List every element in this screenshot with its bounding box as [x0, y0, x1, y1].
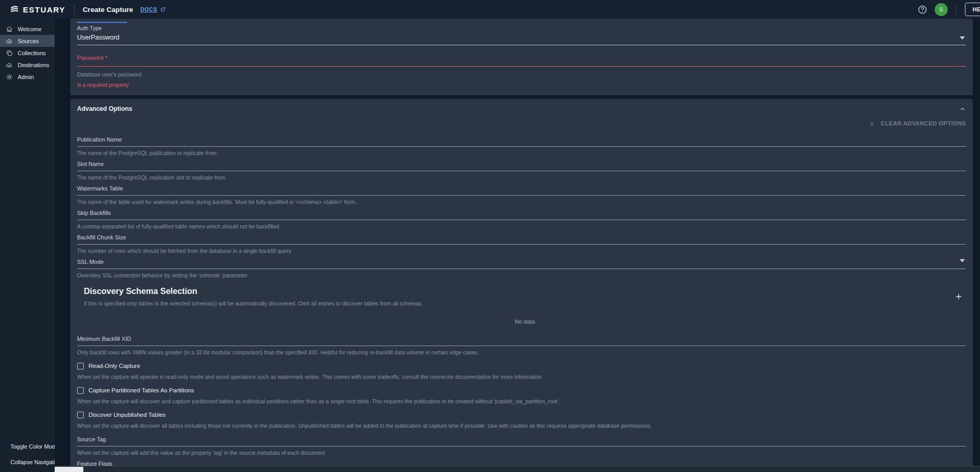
- auth-card: Auth Type UserPassword Password * Databa…: [70, 19, 973, 95]
- discover-unpublished-tables-checkbox[interactable]: [77, 412, 84, 418]
- chevron-up-icon[interactable]: [959, 106, 966, 112]
- auth-type-select[interactable]: UserPassword: [77, 34, 966, 42]
- field-description: Only backfill rows with XMIN values grea…: [77, 349, 966, 355]
- docs-label: DOCS: [140, 6, 157, 12]
- sidebar-item-label: Destinations: [18, 62, 49, 68]
- sidebar-footer: Toggle Color Mode Collapse Navigation: [0, 440, 55, 468]
- discovery-schema-description: If this is specified only tables in the …: [84, 300, 966, 307]
- auth-type-value: UserPassword: [77, 34, 119, 41]
- checkbox-label: Capture Partitioned Tables As Partitions: [89, 387, 194, 394]
- footer-item-label: Toggle Color Mode: [10, 443, 58, 450]
- publication-name-field[interactable]: Publication Name The name of the Postgre…: [77, 136, 966, 156]
- sidebar-item-welcome[interactable]: Welcome: [0, 23, 55, 35]
- cloud-upload-icon: [6, 37, 13, 45]
- field-description: When set the capture will add this value…: [77, 450, 966, 456]
- toggle-color-mode-button[interactable]: Toggle Color Mode: [0, 440, 55, 452]
- sidebar-item-collections[interactable]: Collections: [0, 47, 55, 59]
- scrollbar-thumb[interactable]: [55, 467, 83, 472]
- password-description: Database user's password: [77, 71, 966, 78]
- field-description: Overrides SSL connection behavior by set…: [77, 272, 966, 278]
- header-divider: [956, 4, 957, 15]
- slot-name-field[interactable]: Slot Name The name of the PostgreSQL rep…: [77, 161, 966, 181]
- field-underline: [77, 220, 966, 220]
- main-content: Auth Type UserPassword Password * Databa…: [55, 19, 980, 472]
- gear-icon: [6, 73, 13, 81]
- clear-advanced-options-label: CLEAR ADVANCED OPTIONS: [881, 120, 966, 126]
- discovery-schema-section: Discovery Schema Selection If this is sp…: [77, 286, 966, 325]
- add-schema-button[interactable]: [954, 292, 963, 301]
- close-icon: [869, 121, 875, 126]
- field-label: Source Tag: [77, 436, 966, 443]
- sidebar-item-label: Sources: [18, 38, 39, 44]
- discover-unpublished-tables-row: Discover Unpublished Tables When set the…: [77, 411, 966, 429]
- header-divider: [74, 4, 74, 15]
- top-bar: ESTUARY Create Capture DOCS S HELP: [0, 0, 980, 19]
- sidebar-item-sources[interactable]: Sources: [0, 35, 55, 47]
- help-icon[interactable]: [918, 5, 927, 15]
- checkbox-description: When set the capture will discover all t…: [77, 423, 966, 429]
- advanced-options-title: Advanced Options: [77, 105, 132, 112]
- checkbox-label: Discover Unpublished Tables: [89, 411, 166, 419]
- horizontal-scrollbar[interactable]: [55, 466, 980, 472]
- skip-backfills-field[interactable]: Skip Backfills A comma-separated list of…: [77, 210, 966, 229]
- focus-accent-line: [77, 22, 127, 23]
- page-title: Create Capture: [83, 6, 133, 14]
- sidebar-item-admin[interactable]: Admin: [0, 71, 55, 83]
- read-only-capture-row: Read-Only Capture When set the capture w…: [77, 362, 966, 380]
- field-underline: [77, 446, 966, 447]
- clear-advanced-options-button[interactable]: CLEAR ADVANCED OPTIONS: [77, 120, 966, 126]
- password-input[interactable]: [77, 66, 966, 67]
- field-description: A comma-separated list of fully-qualifie…: [77, 223, 966, 229]
- no-data-text: No data: [84, 318, 966, 325]
- field-underline: [77, 244, 966, 245]
- external-link-icon: [160, 6, 166, 12]
- discovery-schema-title: Discovery Schema Selection: [84, 286, 966, 297]
- help-button[interactable]: HELP: [965, 3, 980, 16]
- checkbox-description: When set the capture will discover and c…: [77, 398, 966, 404]
- password-label: Password *: [77, 55, 966, 61]
- watermarks-table-field[interactable]: Watermarks Table The name of the table u…: [77, 185, 966, 205]
- field-underline: [77, 195, 966, 196]
- advanced-options-card: Advanced Options CLEAR ADVANCED OPTIONS …: [70, 99, 973, 472]
- auth-type-underline: [77, 45, 966, 45]
- avatar[interactable]: S: [935, 3, 948, 16]
- field-label: Minimum Backfill XID: [77, 336, 966, 342]
- field-label: Publication Name: [77, 136, 966, 143]
- sidebar-item-destinations[interactable]: Destinations: [0, 59, 55, 71]
- collapse-navigation-button[interactable]: Collapse Navigation: [0, 456, 55, 468]
- capture-partitioned-tables-checkbox[interactable]: [77, 387, 84, 394]
- sidebar-item-label: Admin: [18, 74, 34, 80]
- docs-link[interactable]: DOCS: [140, 6, 166, 12]
- checkbox-description: When set the capture will operate in rea…: [77, 374, 966, 380]
- footer-item-label: Collapse Navigation: [10, 459, 61, 465]
- auth-type-label: Auth Type: [77, 25, 966, 31]
- ssl-mode-select[interactable]: SSL Mode Overrides SSL connection behavi…: [77, 259, 966, 278]
- dropdown-arrow-icon[interactable]: [960, 259, 965, 262]
- avatar-initial: S: [939, 6, 943, 12]
- field-label: SSL Mode: [77, 259, 966, 265]
- read-only-capture-checkbox[interactable]: [77, 363, 84, 369]
- sidebar-item-label: Collections: [18, 50, 46, 56]
- min-backfill-xid-field[interactable]: Minimum Backfill XID Only backfill rows …: [77, 336, 966, 355]
- backfill-chunk-size-field[interactable]: Backfill Chunk Size The number of rows w…: [77, 234, 966, 254]
- plus-icon: [954, 292, 963, 301]
- field-underline: [77, 346, 966, 346]
- field-underline: [77, 146, 966, 147]
- field-description: The name of the PostgreSQL replication s…: [77, 174, 966, 181]
- estuary-logo-icon: [9, 5, 19, 15]
- sidebar: Welcome Sources Collections Destinations…: [0, 19, 55, 472]
- checkbox-label: Read-Only Capture: [89, 362, 140, 370]
- field-description: The name of the table used for watermark…: [77, 199, 966, 205]
- field-description: The number of rows which should be fetch…: [77, 248, 966, 254]
- field-label: Slot Name: [77, 161, 966, 168]
- sidebar-item-label: Welcome: [18, 26, 42, 32]
- estuary-logo[interactable]: ESTUARY: [9, 5, 66, 15]
- field-label: Watermarks Table: [77, 185, 966, 192]
- field-underline: [77, 269, 966, 269]
- collections-icon: [6, 49, 13, 57]
- source-tag-field[interactable]: Source Tag When set the capture will add…: [77, 436, 966, 456]
- capture-partitioned-tables-row: Capture Partitioned Tables As Partitions…: [77, 387, 966, 404]
- dropdown-arrow-icon[interactable]: [960, 36, 965, 40]
- cloud-download-icon: [6, 61, 13, 69]
- field-description: The name of the PostgreSQL publication t…: [77, 150, 966, 156]
